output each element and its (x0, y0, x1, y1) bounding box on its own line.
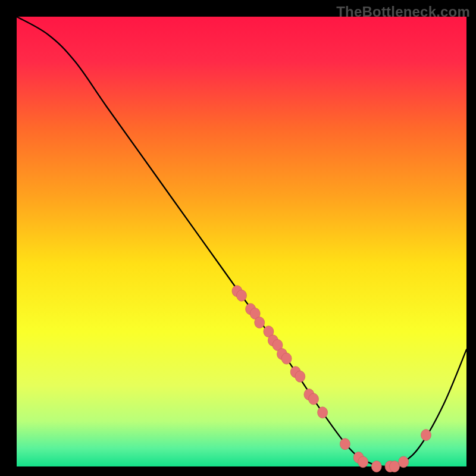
curve-marker (237, 290, 247, 301)
curve-marker (358, 456, 368, 468)
curve-marker (309, 393, 319, 405)
curve-marker (318, 407, 328, 418)
curve-marker (255, 317, 265, 328)
plot-gradient-area (17, 17, 466, 466)
bottleneck-chart (0, 0, 476, 476)
curve-marker (281, 353, 292, 364)
watermark-text: TheBottleneck.com (336, 4, 470, 20)
curve-marker (295, 371, 305, 382)
curve-marker (399, 456, 409, 468)
curve-marker (340, 439, 350, 450)
curve-marker (371, 461, 381, 472)
chart-root: { "watermark": "TheBottleneck.com", "col… (0, 0, 476, 476)
curve-marker (390, 461, 400, 472)
curve-marker (421, 430, 431, 441)
